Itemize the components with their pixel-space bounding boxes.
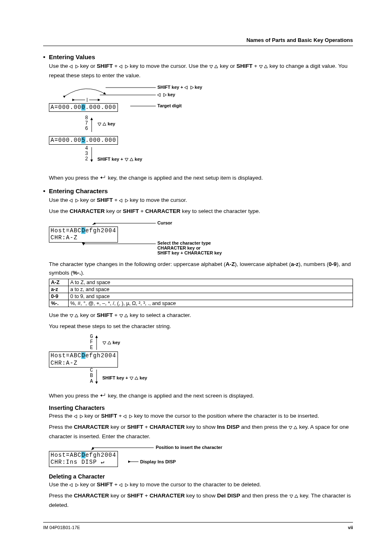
chars-line1: Use the key or SHIFT + key to move the c… [49, 196, 353, 206]
svg-marker-38 [103, 342, 106, 345]
svg-marker-4 [210, 65, 213, 68]
svg-marker-56 [125, 483, 128, 487]
svg-marker-39 [108, 341, 111, 344]
svg-marker-3 [125, 65, 128, 68]
lcd-display-1: A=000.000.000.000 [49, 103, 118, 112]
svg-marker-16 [157, 93, 160, 97]
chars-select-line: Use the key or SHIFT + key to select a c… [49, 311, 353, 321]
footer-right: vii [348, 525, 353, 530]
chars-post-text: When you press the key, the change is ap… [49, 392, 353, 400]
left-right-arrow-icon [119, 63, 128, 72]
svg-marker-45 [80, 415, 83, 418]
svg-marker-1 [76, 65, 78, 68]
chars-line2: Use the CHARACTER key or SHIFT + CHARACT… [49, 207, 353, 216]
enter-icon: ↵ [101, 459, 104, 465]
char-order-text: The character type changes in the follow… [49, 260, 353, 278]
page-header: Names of Parts and Basic Key Operations [43, 37, 353, 46]
svg-marker-48 [289, 426, 292, 429]
svg-marker-30 [92, 222, 96, 225]
digit-stack-up: 876 [85, 116, 88, 132]
insert-diagram: Host=ABCDefgh2004 CHR:Ins DISP ↵ Positio… [49, 444, 353, 469]
svg-marker-24 [100, 176, 102, 179]
svg-marker-36 [125, 314, 128, 317]
table-row: 0-90 to 9, and space [49, 293, 353, 300]
svg-marker-0 [69, 65, 72, 68]
svg-marker-46 [123, 415, 126, 418]
svg-marker-35 [120, 314, 123, 317]
section-inserting-heading: Inserting Characters [49, 405, 353, 411]
table-row: %-.%, #, °, @, +, –, *, /, (, ), µ, Ω, ²… [49, 300, 353, 307]
table-row: A-ZA to Z, and space [49, 279, 353, 286]
svg-marker-23 [130, 158, 133, 161]
svg-marker-27 [119, 199, 122, 202]
svg-marker-28 [125, 199, 128, 202]
svg-marker-20 [103, 123, 106, 125]
svg-marker-5 [214, 65, 218, 68]
delete-line1: Use the key or SHIFT + key to move the c… [49, 481, 353, 490]
values-diagram: SHIFT key + key key Target digit A=000.0… [49, 83, 353, 170]
insert-line2: Press the CHARACTER key or SHIFT + CHARA… [49, 423, 353, 441]
svg-marker-2 [119, 65, 122, 68]
table-row: a-za to z, and space [49, 286, 353, 293]
svg-marker-6 [259, 65, 263, 68]
section-entering-values-heading: Entering Values [43, 53, 353, 60]
lcd-display-2: A=000.005.000.000 [49, 136, 118, 145]
svg-marker-42 [135, 377, 138, 379]
chars-diagram-1: Host=ABCDefgh2004 CHR:A-Z Cursor Select … [49, 219, 353, 256]
character-type-table: A-ZA to Z, and space a-za to z, and spac… [49, 279, 353, 307]
char-stack-up: GFE [90, 334, 93, 351]
chars-repeat-line: You repeat these steps to set the charac… [49, 322, 353, 331]
svg-marker-57 [290, 495, 293, 498]
enter-icon [100, 175, 106, 181]
svg-marker-33 [70, 314, 73, 317]
chars-diagram-2: GFE key Host=ABCDefgh2004 CHR:A-Z CBA SH… [49, 334, 353, 388]
footer-left: IM 04P01B01-17E [43, 525, 80, 530]
svg-marker-43 [100, 394, 102, 397]
svg-marker-44 [74, 415, 77, 418]
svg-marker-17 [164, 93, 166, 97]
svg-marker-14 [184, 86, 187, 89]
enter-icon [100, 393, 106, 399]
section-deleting-heading: Deleting a Character [49, 473, 353, 480]
left-right-arrow-icon [69, 63, 78, 72]
svg-marker-41 [130, 377, 133, 380]
svg-marker-51 [91, 447, 94, 450]
svg-marker-34 [75, 314, 78, 317]
values-post-text: When you press the key, the change is ap… [49, 174, 353, 183]
svg-marker-55 [119, 483, 122, 487]
up-down-arrow-icon [259, 63, 268, 72]
svg-marker-15 [191, 86, 194, 89]
svg-marker-22 [125, 158, 128, 161]
digit-stack-down: 432 [85, 146, 88, 162]
char-stack-down: CBA [90, 368, 93, 384]
svg-marker-49 [294, 426, 297, 429]
page-footer: IM 04P01B01-17E vii [43, 522, 353, 530]
svg-marker-19 [98, 123, 101, 126]
svg-marker-7 [264, 65, 267, 68]
svg-marker-25 [69, 199, 72, 202]
insert-line1: Press the key or SHIFT + key to move the… [49, 412, 353, 421]
svg-marker-58 [295, 495, 298, 497]
up-down-arrow-icon [209, 63, 218, 72]
delete-line2: Press the CHARACTER key or SHIFT + CHARA… [49, 492, 353, 510]
section-entering-chars-heading: Entering Characters [43, 187, 353, 194]
svg-marker-53 [69, 483, 72, 487]
entering-values-intro: Use the key or SHIFT + key to move the c… [49, 62, 353, 80]
